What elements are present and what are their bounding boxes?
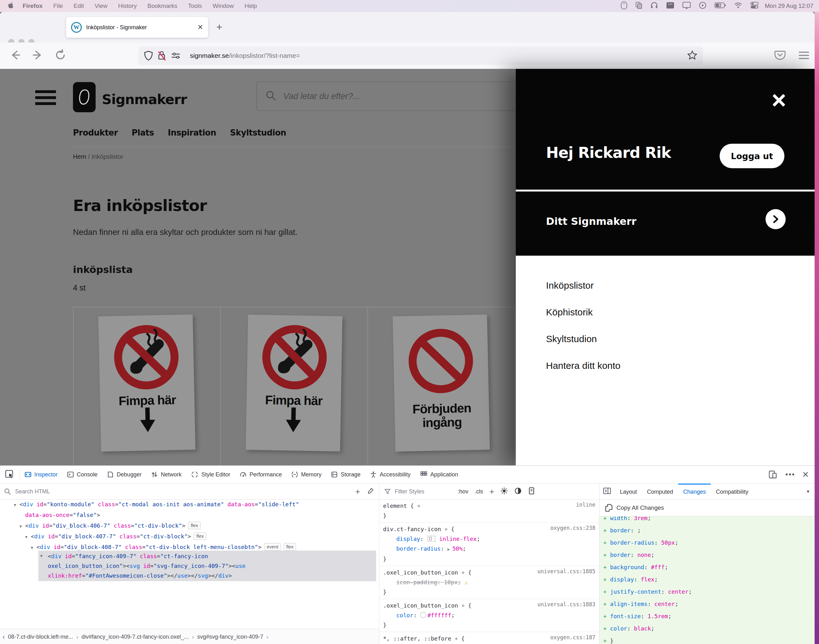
css-declaration[interactable]: display: inline-flex; [383, 534, 596, 544]
expand-arrow-icon[interactable]: ▼ [31, 543, 37, 553]
markup-view[interactable]: ▼<div id="konto-module" class="ct-modal … [0, 499, 379, 629]
css-rule[interactable]: universal.css:1885.oxel_icon_button_icon… [379, 566, 599, 599]
chevron-right-icon[interactable] [765, 209, 786, 229]
apple-logo-icon[interactable] [8, 2, 14, 10]
rules-view[interactable]: inlineelement { ⌖}oxygen.css:238div.ct-f… [379, 499, 599, 644]
breadcrumb-home[interactable]: Hem [73, 153, 86, 160]
light-mode-icon[interactable] [500, 487, 508, 496]
account-menu-item[interactable]: Skyltstudion [546, 334, 621, 344]
markup-line[interactable]: data-aos-once="false"> [0, 510, 379, 521]
permissions-icon[interactable] [171, 52, 181, 60]
selected-node[interactable]: ▼<div id="fancy_icon-409-7" class="ct-fa… [38, 550, 376, 581]
sidebar-tabs-overflow-icon[interactable]: ▼ [806, 489, 810, 494]
menubar-item-help[interactable]: Help [245, 3, 257, 9]
devtools-tab-storage[interactable]: Storage [326, 466, 365, 483]
reload-button[interactable] [54, 49, 67, 63]
site-nav-item[interactable]: Skyltstudion [230, 128, 286, 137]
css-rule[interactable]: oxygen.css:187*, ::after, ::before ⌖ {bo… [379, 632, 599, 644]
sidebar-tab-compatibility[interactable]: Compatibility [711, 484, 753, 499]
copy-all-changes-button[interactable]: Copy All Changes [600, 499, 814, 516]
url-text[interactable]: signmaker.se/inkopslistor/?list-name= [190, 52, 687, 60]
breadcrumb-node[interactable]: svg#svg-fancy_icon-409-7 [197, 633, 263, 640]
sidebar-tab-layout[interactable]: Layout [615, 484, 642, 499]
sidebar-tab-computed[interactable]: Computed [642, 484, 678, 499]
browser-tab[interactable]: W Inköpslistor - Signmaker ✕ [66, 17, 208, 38]
pseudo-class-button[interactable]: :hov [458, 488, 468, 495]
devtools-tab-console[interactable]: Console [62, 466, 102, 483]
display-status-icon[interactable] [682, 2, 691, 11]
menubar-item-bookmarks[interactable]: Bookmarks [147, 3, 177, 9]
menubar-item-firefox[interactable]: Firefox [23, 3, 43, 9]
pocket-icon[interactable] [775, 50, 786, 62]
site-brand[interactable]: Signmakerr [102, 92, 187, 107]
breadcrumbs-scroll-left-icon[interactable]: ‹ [0, 633, 8, 641]
breadcrumb-node[interactable]: 08-7.ct-div-block.left-me... [8, 633, 73, 640]
markup-line[interactable]: ▼<div id="div_block-406-7" class="ct-div… [0, 521, 379, 531]
css-rule[interactable]: oxygen.css:238div.ct-fancy-icon ⌖ {displ… [379, 523, 599, 566]
account-menu-item[interactable]: Köphistorik [546, 307, 621, 317]
devtools-tab-network[interactable]: Network [146, 466, 186, 483]
battery-status-icon[interactable] [715, 2, 726, 10]
account-section-row[interactable]: Ditt Signmakerr [516, 192, 814, 256]
product-card[interactable]: Fimpa här [73, 307, 221, 466]
site-nav-item[interactable]: Inspiration [168, 128, 216, 137]
expand-arrow-icon[interactable]: ▼ [20, 522, 25, 531]
menubar-item-edit[interactable]: Edit [74, 3, 84, 9]
tab-close-icon[interactable]: ✕ [194, 23, 203, 31]
insecure-lock-icon[interactable] [157, 50, 167, 61]
copy-status-icon[interactable] [635, 2, 642, 11]
close-icon[interactable] [771, 94, 785, 107]
site-logo[interactable] [73, 82, 96, 112]
css-declaration[interactable]: color: #ffffff; [383, 610, 596, 620]
site-search-input[interactable] [283, 91, 531, 101]
dark-mode-icon[interactable] [514, 487, 522, 496]
css-rule[interactable]: inlineelement { ⌖} [379, 499, 599, 523]
account-menu-item[interactable]: Inköpslistor [546, 280, 621, 291]
logout-button[interactable]: Logga ut [719, 144, 784, 168]
site-menu-icon[interactable] [35, 90, 56, 105]
changes-added-block[interactable]: + width: 3rem;+ border: ;+ border-radius… [600, 516, 814, 644]
menubar-clock[interactable]: Mon 29 Aug 12:07 [765, 3, 813, 9]
headphones-status-icon[interactable] [650, 2, 658, 11]
forward-button[interactable] [31, 49, 44, 63]
chevron-right-icon[interactable]: › [263, 633, 272, 641]
app-menu-icon[interactable] [798, 51, 810, 61]
devtools-close-icon[interactable]: ✕ [799, 470, 814, 480]
sidebar-tab-changes[interactable]: Changes [678, 484, 711, 499]
expand-arrow-icon[interactable]: ▼ [25, 532, 31, 542]
menubar-item-window[interactable]: Window [213, 3, 234, 9]
keyboard-status-icon[interactable] [666, 2, 674, 11]
site-nav-item[interactable]: Plats [132, 128, 154, 137]
back-button[interactable] [9, 49, 21, 63]
menubar-item-view[interactable]: View [95, 3, 107, 9]
css-declaration[interactable]: border-radius: ▶ 50%; [383, 544, 596, 554]
eyedropper-icon[interactable] [367, 488, 374, 495]
search-html-input[interactable] [14, 488, 299, 495]
devtools-tab-performance[interactable]: Performance [235, 466, 287, 483]
add-node-icon[interactable]: + [356, 487, 360, 497]
breadcrumb-node[interactable]: div#fancy_icon-409-7.ct-fancy-icon.oxel_… [81, 633, 189, 640]
css-rule[interactable]: universal.css:1883.oxel_icon_button_icon… [379, 599, 599, 632]
account-menu-item[interactable]: Hantera ditt konto [546, 360, 621, 371]
wifi-status-icon[interactable] [734, 2, 742, 11]
devtools-tab-debugger[interactable]: Debugger [102, 466, 146, 483]
devtools-tab-style-editor[interactable]: Style Editor [186, 466, 235, 483]
menubar-item-history[interactable]: History [118, 3, 137, 9]
devtools-tab-accessibility[interactable]: Accessibility [365, 466, 415, 483]
sidebar-toggle-icon[interactable] [599, 487, 615, 496]
play-status-icon[interactable] [699, 2, 706, 11]
product-card[interactable]: Fimpa här [220, 307, 368, 466]
site-nav-item[interactable]: Produkter [73, 128, 118, 137]
devtools-tab-application[interactable]: Application [415, 466, 463, 483]
new-rule-icon[interactable]: + [489, 487, 494, 497]
shield-icon[interactable] [144, 51, 153, 61]
expand-arrow-icon[interactable]: ▼ [40, 551, 46, 561]
devtools-more-icon[interactable]: ••• [782, 470, 799, 479]
markup-line[interactable]: ▼<div id="div_block-407-7" class="ct-div… [0, 531, 379, 542]
devtools-tab-inspector[interactable]: Inspector [20, 466, 62, 483]
site-search[interactable] [256, 81, 539, 111]
markup-line[interactable]: ▼<div id="konto-module" class="ct-modal … [0, 499, 379, 510]
pick-element-icon[interactable] [0, 466, 20, 483]
control-center-icon[interactable] [750, 2, 759, 11]
expand-arrow-icon[interactable]: ▼ [14, 500, 20, 510]
